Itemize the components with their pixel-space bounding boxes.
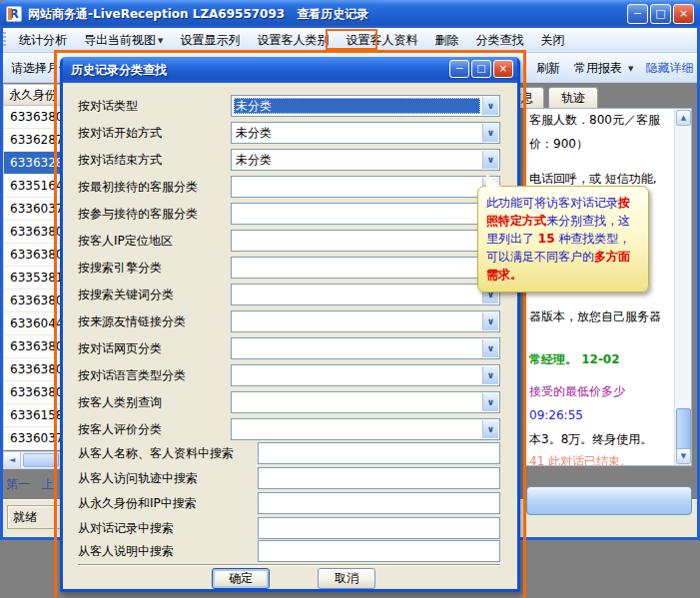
- main-titlebar: R 网站商务通-LiveReception LZA69557093 查看历史记录…: [0, 0, 700, 28]
- screen: R 网站商务通-LiveReception LZA69557093 查看历史记录…: [0, 0, 700, 598]
- menu-item-close[interactable]: 关闭: [531, 29, 572, 52]
- wide-button[interactable]: [526, 486, 692, 515]
- menu-item-category-search[interactable]: 分类查找: [466, 29, 531, 52]
- window-border: [0, 28, 3, 540]
- menubar-gripper: [3, 32, 6, 48]
- tab-track[interactable]: 轨迹: [548, 87, 598, 108]
- chat-line: 接受的最低价多少: [529, 383, 625, 400]
- common-reports-button[interactable]: 常用报表: [570, 60, 622, 77]
- maximize-button[interactable]: □: [650, 4, 671, 24]
- dropdown-arrow-icon[interactable]: ▼: [628, 65, 635, 73]
- annotation-box-menu-item: [326, 29, 377, 50]
- scroll-up-icon[interactable]: ▲: [676, 110, 691, 126]
- refresh-button[interactable]: 刷新: [532, 60, 564, 77]
- chat-line: 客服人数．800元／客服: [529, 112, 660, 129]
- vertical-scrollbar[interactable]: ▲ ▼: [674, 109, 691, 465]
- menu-item-stats[interactable]: 统计分析: [10, 29, 75, 52]
- chat-line: 常经理。 12-02: [529, 351, 620, 368]
- chat-line: 器版本，放您自己服务器: [529, 308, 661, 325]
- chat-line: 本3。8万。终身使用。: [529, 431, 652, 448]
- annotation-box-dialog: [54, 50, 526, 598]
- menu-item-columns[interactable]: 设置显示列: [171, 29, 248, 52]
- chat-timestamp: 09:26:55: [529, 408, 583, 422]
- menu-item-export[interactable]: 导出当前视图: [75, 29, 158, 52]
- hide-detail-link[interactable]: 隐藏详细: [641, 60, 697, 77]
- menu-item-guest-type[interactable]: 设置客人类别: [248, 29, 337, 52]
- chat-ended-notice: 41 此对话已结束。: [529, 453, 632, 466]
- window-title: 网站商务通-LiveReception LZA69557093 查看历史记录: [28, 6, 368, 23]
- tooltip-text-highlight: 15: [538, 232, 555, 246]
- scroll-left-icon[interactable]: ◄: [4, 452, 21, 468]
- close-button[interactable]: ×: [673, 4, 694, 24]
- tooltip-callout: 此功能可将访客对话记录按照特定方式来分别查找，这里列出了 15 种查找类型，可以…: [477, 186, 649, 293]
- minimize-button[interactable]: ─: [627, 4, 648, 24]
- app-logo-icon: R: [6, 6, 22, 22]
- scroll-down-icon[interactable]: ▼: [676, 448, 691, 464]
- dropdown-arrow-icon[interactable]: ▼: [158, 37, 171, 45]
- tooltip-text: 此功能可将访客对话记录: [486, 196, 618, 210]
- menu-item-delete[interactable]: 删除: [425, 29, 466, 52]
- chat-line: 价：900）: [529, 136, 588, 153]
